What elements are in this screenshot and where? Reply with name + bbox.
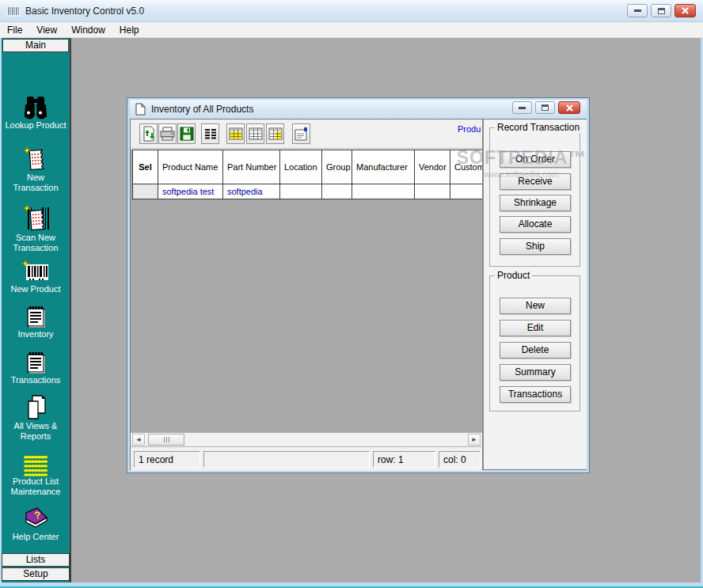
column-header-manufacturer[interactable]: Manufacturer	[352, 150, 415, 184]
title-bar[interactable]: Basic Inventory Control v5.0	[0, 0, 703, 22]
sidebar-item-label: Product List	[13, 476, 59, 487]
row-product-name-cell[interactable]: softpedia test	[158, 184, 223, 199]
grid-plain-icon	[249, 127, 263, 140]
ship-button[interactable]: Ship	[500, 238, 571, 255]
close-icon	[566, 104, 573, 112]
close-icon	[682, 7, 689, 14]
allocate-button[interactable]: Allocate	[500, 216, 571, 233]
column-header-product-name[interactable]: Product Name	[158, 150, 223, 184]
status-bar: 1 record row: 1 col: 0	[131, 446, 482, 471]
minimize-icon	[519, 107, 526, 109]
menu-view[interactable]: View	[29, 23, 64, 37]
sidebar-item-label: Maintenance	[11, 487, 61, 497]
shrinkage-button[interactable]: Shrinkage	[500, 195, 571, 211]
properties-button[interactable]	[292, 123, 310, 144]
status-row: row: 1	[373, 451, 435, 468]
sidebar-item-label: Scan New	[16, 233, 55, 243]
menu-bar: File View Window Help	[0, 22, 703, 38]
sidebar-tab-lists[interactable]: Lists	[2, 553, 70, 567]
sidebar-item-new-product[interactable]: New Product	[2, 260, 70, 294]
sidebar-item-new-transaction[interactable]: New Transaction	[2, 146, 70, 193]
menu-window[interactable]: Window	[64, 23, 112, 37]
inner-minimize-button[interactable]	[512, 101, 532, 114]
refresh-button[interactable]	[139, 123, 158, 144]
sidebar-item-help-center[interactable]: ? Help Center	[2, 505, 70, 542]
inventory-window-title: Inventory of All Products	[151, 104, 253, 115]
print-button[interactable]	[158, 123, 177, 144]
horizontal-scrollbar[interactable]: ◄ ►	[131, 432, 482, 446]
column-header-custom[interactable]: Custom	[450, 150, 482, 184]
sidebar-tab-main[interactable]: Main	[2, 39, 69, 52]
grid-view-mixed-button[interactable]	[266, 123, 284, 144]
column-header-location[interactable]: Location	[280, 150, 322, 184]
barcode-new-icon	[21, 260, 50, 284]
row-location-cell[interactable]	[280, 184, 322, 199]
help-book-icon: ?	[21, 505, 50, 532]
refresh-icon	[142, 126, 156, 142]
binoculars-icon	[22, 95, 49, 120]
sidebar-item-inventory[interactable]: Inventory	[2, 304, 70, 340]
table-row[interactable]: softpedia test softpedia	[132, 184, 482, 199]
sidebar-item-transactions[interactable]: Transactions	[2, 350, 70, 385]
record-transaction-group-title: Record Transaction	[495, 122, 582, 133]
scrollbar-thumb[interactable]	[148, 434, 184, 446]
window-frame-bottom	[0, 582, 703, 588]
scroll-left-button[interactable]: ◄	[132, 434, 145, 446]
grid-yellow-icon	[229, 127, 243, 140]
save-button[interactable]	[177, 123, 196, 144]
delete-product-button[interactable]: Delete	[500, 342, 571, 358]
menu-file[interactable]: File	[0, 23, 29, 37]
sidebar-item-scan-new-transaction[interactable]: Scan New Transaction	[2, 204, 70, 253]
record-transaction-group: Record Transaction On Order Receive Shri…	[489, 127, 580, 267]
product-link[interactable]: Produ	[458, 124, 481, 135]
documents-icon	[23, 394, 48, 421]
row-custom-cell[interactable]	[450, 184, 482, 199]
status-col: col: 0	[439, 451, 481, 468]
inner-maximize-button[interactable]	[535, 101, 555, 114]
striped-list-icon	[22, 454, 49, 476]
column-header-vendor[interactable]: Vendor	[415, 150, 450, 184]
maximize-button[interactable]	[651, 4, 671, 17]
status-record-count: 1 record	[134, 451, 200, 468]
rows-view-icon	[203, 127, 218, 140]
document-icon	[135, 103, 146, 116]
barcode-app-icon	[6, 5, 21, 17]
minimize-button[interactable]	[627, 4, 648, 17]
inner-close-button[interactable]	[558, 101, 580, 114]
product-group: Product New Edit Delete Summary Transact…	[489, 275, 580, 412]
rows-view-button[interactable]	[201, 123, 219, 144]
sidebar-item-all-views-reports[interactable]: All Views & Reports	[2, 394, 70, 442]
grid-view-plain-button[interactable]	[246, 123, 264, 144]
receive-button[interactable]: Receive	[500, 173, 571, 190]
column-header-group[interactable]: Group	[322, 150, 352, 184]
sidebar-item-label: Inventory	[17, 329, 53, 340]
new-product-button[interactable]: New	[500, 298, 571, 314]
sidebar-item-label: New	[27, 173, 44, 183]
row-vendor-cell[interactable]	[415, 184, 450, 199]
row-group-cell[interactable]	[322, 184, 352, 199]
sidebar-item-label: Transaction	[13, 183, 58, 193]
maximize-icon	[658, 8, 665, 14]
inventory-toolbar: Produ	[131, 119, 482, 149]
column-header-part-number[interactable]: Part Number	[223, 150, 280, 184]
receipt-new-icon	[22, 146, 49, 173]
sidebar-item-lookup-product[interactable]: Lookup Product	[2, 95, 70, 131]
sidebar-tab-setup[interactable]: Setup	[2, 567, 70, 581]
summary-button[interactable]: Summary	[500, 364, 571, 381]
scroll-right-button[interactable]: ►	[468, 434, 481, 446]
sidebar-item-product-list-maintenance[interactable]: Product List Maintenance	[2, 454, 70, 497]
product-transactions-button[interactable]: Transactions	[500, 386, 571, 403]
row-part-number-cell[interactable]: softpedia	[223, 184, 280, 199]
inventory-window: Inventory of All Products	[127, 97, 590, 473]
menu-help[interactable]: Help	[112, 23, 146, 37]
column-header-sel[interactable]: Sel	[133, 150, 158, 184]
row-manufacturer-cell[interactable]	[352, 184, 415, 199]
on-order-button[interactable]: On Order	[500, 151, 571, 168]
close-button[interactable]	[674, 4, 696, 17]
edit-product-button[interactable]: Edit	[500, 320, 571, 336]
sidebar-item-label: Reports	[21, 431, 51, 442]
product-group-title: Product	[495, 270, 532, 281]
table-header: Sel Product Name Part Number Location Gr…	[132, 150, 482, 184]
row-sel-cell[interactable]	[133, 184, 158, 199]
grid-view-yellow-button[interactable]	[226, 123, 245, 144]
